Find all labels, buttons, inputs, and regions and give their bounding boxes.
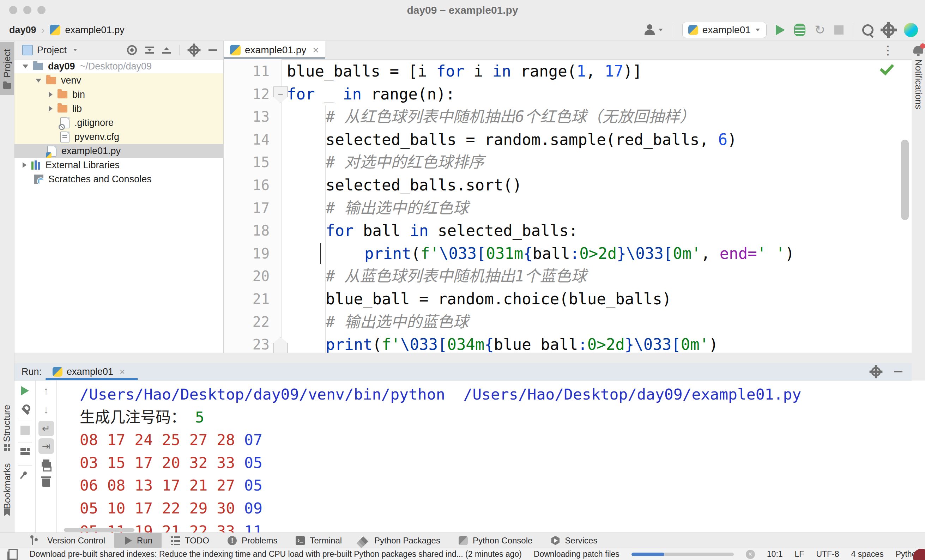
tool-button-bookmarks[interactable]: Bookmarks bbox=[0, 466, 14, 522]
run-settings-button[interactable] bbox=[871, 367, 881, 376]
pin-tab-button[interactable] bbox=[15, 471, 35, 475]
token-kwarg: end bbox=[720, 244, 747, 262]
tree-item-day09[interactable]: day09~/Desktop/day09 bbox=[15, 59, 223, 73]
tool-button-structure[interactable]: Structure bbox=[0, 404, 14, 457]
clear-console-button[interactable] bbox=[36, 476, 56, 487]
stop-process-button[interactable] bbox=[15, 426, 35, 435]
hide-run-panel-button[interactable] bbox=[894, 371, 902, 372]
console-token-blue: 05 bbox=[244, 476, 262, 494]
line-number: 13 bbox=[227, 105, 270, 128]
breadcrumb-project[interactable]: day09 bbox=[9, 25, 36, 36]
run-tab-example01[interactable]: example01 × bbox=[53, 363, 125, 380]
code-line-22: # 输出选中的蓝色球 bbox=[282, 311, 911, 334]
cancel-task-button[interactable]: × bbox=[746, 550, 755, 559]
tree-chevron-icon[interactable] bbox=[23, 162, 26, 168]
tree-item-venv[interactable]: venv bbox=[15, 73, 223, 87]
toolbar-divider bbox=[18, 420, 32, 420]
tree-item-external-libraries[interactable]: External Libraries bbox=[15, 158, 223, 172]
tree-chevron-icon[interactable] bbox=[23, 65, 28, 68]
stop-button[interactable] bbox=[834, 26, 844, 35]
wrench-icon bbox=[21, 405, 30, 414]
console-hscrollbar[interactable] bbox=[64, 528, 134, 532]
project-options-button[interactable] bbox=[189, 45, 199, 55]
select-opened-file-button[interactable] bbox=[127, 45, 137, 55]
status-message[interactable]: Download pre-built shared indexes: Reduc… bbox=[30, 549, 522, 559]
code-area[interactable]: blue_balls = [i for i in range(1, 17)]fo… bbox=[282, 59, 911, 353]
layout-settings-icon[interactable] bbox=[9, 549, 18, 560]
tree-item-bin[interactable]: bin bbox=[15, 87, 223, 102]
debug-button[interactable] bbox=[794, 24, 805, 36]
run-button[interactable] bbox=[776, 25, 785, 35]
hide-panel-button[interactable] bbox=[208, 50, 217, 51]
terminal-icon: ›_ bbox=[296, 536, 305, 545]
down-stacktrace-button[interactable]: ↓ bbox=[36, 405, 56, 415]
chevron-down-icon[interactable] bbox=[73, 49, 77, 51]
token-plain: blue_balls = [i bbox=[287, 62, 436, 80]
tree-item--gitignore[interactable]: .gitignore bbox=[15, 116, 223, 130]
edit-configuration-button[interactable] bbox=[15, 405, 35, 414]
editor-tab-example01[interactable]: example01.py × bbox=[224, 41, 325, 59]
caret bbox=[320, 243, 321, 265]
run-with-coverage-button[interactable]: ↻ bbox=[815, 24, 825, 36]
pyconsole-icon bbox=[459, 536, 468, 545]
folder-orange-icon bbox=[46, 77, 56, 84]
tool-button-notifications[interactable]: Notifications bbox=[911, 41, 925, 109]
tree-item-lib[interactable]: lib bbox=[15, 102, 223, 116]
caret-position[interactable]: 10:1 bbox=[767, 549, 783, 559]
up-stacktrace-button[interactable]: ↑ bbox=[36, 385, 56, 396]
file-encoding[interactable]: UTF-8 bbox=[816, 549, 839, 559]
tool-window-button-version-control[interactable]: Version Control bbox=[20, 533, 114, 548]
tool-window-button-label: Python Console bbox=[473, 536, 532, 545]
tool-window-button-python-packages[interactable]: Python Packages bbox=[351, 533, 449, 548]
tool-window-button-problems[interactable]: !Problems bbox=[218, 533, 286, 548]
run-configuration-label: example01 bbox=[702, 24, 751, 36]
toolbar-divider bbox=[853, 23, 853, 37]
tree-item-label: day09 bbox=[48, 61, 75, 72]
indent-style[interactable]: 4 spaces bbox=[851, 549, 884, 559]
restore-layout-button[interactable] bbox=[15, 448, 35, 455]
todo-icon bbox=[171, 536, 180, 545]
tree-item-scratches-and-consoles[interactable]: Scratches and Consoles bbox=[15, 172, 223, 186]
line-separator[interactable]: LF bbox=[795, 549, 804, 559]
tool-button-project[interactable]: Project bbox=[0, 42, 14, 95]
printer-icon bbox=[42, 462, 51, 467]
tree-chevron-icon[interactable] bbox=[49, 106, 53, 111]
token-brace: { bbox=[484, 336, 494, 353]
background-task-label: Downloading patch files bbox=[534, 549, 619, 559]
tool-window-button-todo[interactable]: TODO bbox=[161, 533, 218, 548]
rerun-button[interactable] bbox=[15, 386, 35, 395]
folder-gray-icon bbox=[33, 63, 43, 70]
project-panel-title[interactable]: Project bbox=[37, 45, 67, 56]
close-tab-icon[interactable]: × bbox=[313, 44, 319, 56]
tool-window-button-python-console[interactable]: Python Console bbox=[449, 533, 542, 548]
console-line: /Users/Hao/Desktop/day09/venv/bin/python… bbox=[80, 383, 925, 406]
editor-options-kebab-icon[interactable]: ⋮ bbox=[882, 43, 894, 57]
tool-window-button-services[interactable]: Services bbox=[542, 533, 606, 548]
token-brace: : bbox=[570, 244, 580, 262]
print-button[interactable] bbox=[36, 459, 56, 467]
tree-chevron-icon[interactable] bbox=[49, 92, 53, 97]
token-plain: ( bbox=[372, 336, 382, 353]
collapse-all-button[interactable] bbox=[162, 47, 171, 54]
settings-button[interactable] bbox=[883, 24, 895, 36]
horizontal-splitter[interactable] bbox=[15, 353, 911, 364]
profile-button[interactable] bbox=[644, 24, 664, 36]
console-line: 06 08 13 17 21 27 05 bbox=[80, 474, 925, 497]
status-bar: Download pre-built shared indexes: Reduc… bbox=[0, 548, 925, 560]
close-run-tab-icon[interactable]: × bbox=[120, 366, 125, 377]
breadcrumb-file[interactable]: example01.py bbox=[65, 25, 125, 36]
scroll-to-end-button[interactable]: ⇥ bbox=[36, 438, 56, 454]
expand-all-button[interactable] bbox=[145, 47, 154, 54]
run-configuration-select[interactable]: example01 bbox=[682, 22, 767, 38]
tree-item-pyvenv-cfg[interactable]: pyvenv.cfg bbox=[15, 130, 223, 144]
tree-chevron-icon[interactable] bbox=[36, 79, 41, 83]
line-number: 20 bbox=[227, 265, 270, 288]
search-everywhere-button[interactable] bbox=[862, 24, 874, 36]
tree-item-example01-py[interactable]: example01.py bbox=[15, 144, 223, 158]
token-plain: , bbox=[701, 244, 720, 262]
tool-window-button-terminal[interactable]: ›_Terminal bbox=[286, 533, 351, 548]
editor-scrollbar[interactable] bbox=[901, 140, 909, 220]
console-output[interactable]: /Users/Hao/Desktop/day09/venv/bin/python… bbox=[57, 381, 925, 533]
soft-wrap-toggle[interactable]: ↵ bbox=[36, 421, 56, 436]
tool-window-button-run[interactable]: Run bbox=[114, 533, 161, 548]
